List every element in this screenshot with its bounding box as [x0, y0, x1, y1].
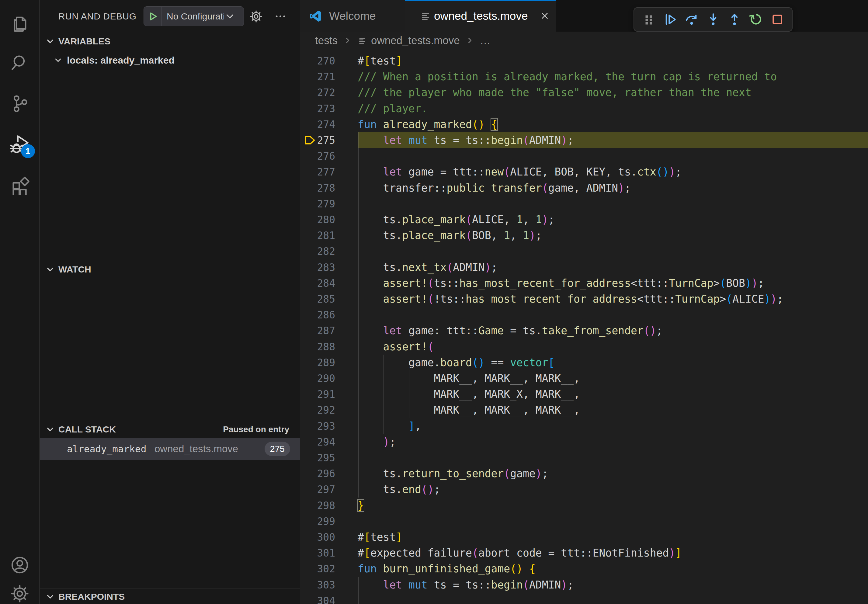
code-token: board	[440, 356, 472, 369]
code-line-271: /// When a position is already marked, t…	[358, 69, 777, 85]
activity-bar-item-settings[interactable]	[9, 583, 31, 604]
tab-welcome[interactable]: Welcome	[300, 0, 405, 32]
line-number[interactable]: 304	[300, 593, 335, 604]
code-token: 1	[523, 229, 529, 242]
line-number[interactable]: 273	[300, 101, 335, 117]
line-number[interactable]: 277	[300, 164, 335, 180]
line-number[interactable]: 289	[300, 355, 335, 371]
code-token: fun	[358, 118, 377, 130]
code-token	[402, 134, 408, 146]
code-token: ;	[542, 468, 548, 480]
code-token: ,	[523, 214, 536, 226]
line-number[interactable]: 297	[300, 482, 335, 497]
file-icon	[420, 11, 431, 21]
code-line-302: fun burn_unfinished_game() {	[358, 561, 536, 577]
source-control-icon	[9, 93, 30, 114]
section-header-breakpoints[interactable]: BREAKPOINTS	[40, 588, 300, 604]
activity-bar-item-search[interactable]	[9, 52, 31, 74]
code-token: BOB	[726, 277, 745, 289]
code-token: (	[504, 166, 510, 178]
tab-owned-tests-move[interactable]: owned_tests.move	[405, 0, 556, 32]
line-number[interactable]: 275	[300, 132, 335, 149]
debug-stop-button[interactable]	[769, 11, 786, 28]
views-and-more-actions-button[interactable]	[273, 9, 288, 24]
code-token: let	[383, 166, 402, 178]
breadcrumb-item[interactable]: tests	[315, 34, 338, 46]
activity-bar-item-source-control[interactable]	[9, 93, 31, 115]
chevron-down-icon	[224, 11, 243, 22]
activity-bar-item-extensions[interactable]	[9, 174, 31, 196]
line-number[interactable]: 274	[300, 116, 335, 133]
debug-continue-button[interactable]	[662, 11, 679, 28]
code-token: )	[485, 261, 491, 273]
line-number[interactable]: 271	[300, 69, 335, 85]
line-number[interactable]: 288	[300, 339, 335, 355]
code-line-298: }	[358, 497, 364, 514]
debug-step-out-button[interactable]	[726, 11, 743, 28]
section-header-watch[interactable]: WATCH	[40, 261, 300, 277]
debug-restart-button[interactable]	[747, 11, 764, 28]
code-line-301: #[expected_failure(abort_code = ttt::ENo…	[358, 545, 682, 561]
line-number[interactable]: 295	[300, 450, 335, 466]
line-number[interactable]: 276	[300, 148, 335, 164]
code-token	[358, 134, 383, 146]
code-token: ts = ts::	[428, 134, 491, 146]
line-number[interactable]: 290	[300, 370, 335, 387]
line-number[interactable]: 294	[300, 434, 335, 450]
line-number[interactable]: 283	[300, 259, 335, 276]
line-number[interactable]: 296	[300, 466, 335, 482]
line-number[interactable]: 286	[300, 307, 335, 323]
code-token: ;	[567, 579, 574, 591]
breadcrumb-label: tests	[315, 34, 338, 46]
line-number[interactable]: 270	[300, 53, 335, 69]
line-number[interactable]: 302	[300, 561, 335, 577]
line-number[interactable]: 285	[300, 291, 335, 307]
line-number[interactable]: 287	[300, 323, 335, 339]
code-token: = ts.	[504, 325, 542, 337]
line-number[interactable]: 301	[300, 545, 335, 561]
line-number[interactable]: 303	[300, 577, 335, 593]
code-token: ()	[643, 325, 656, 337]
line-number[interactable]: 292	[300, 402, 335, 418]
debug-drag-handle-button[interactable]	[640, 11, 657, 28]
line-number[interactable]: 298	[300, 497, 335, 514]
code-token: <ttt::	[631, 277, 669, 289]
code-editor[interactable]: 270#[test]271/// When a position is alre…	[300, 49, 868, 604]
variables-scope-row[interactable]: locals: already_marked	[40, 52, 300, 68]
code-token: (	[428, 277, 434, 289]
line-number[interactable]: 278	[300, 180, 335, 196]
line-number[interactable]: 272	[300, 85, 335, 101]
debug-step-over-button[interactable]	[683, 11, 700, 28]
launch-configuration-label: No Configurations	[161, 11, 224, 22]
debug-settings-gear-button[interactable]	[249, 9, 264, 24]
breadcrumb-item[interactable]: owned_tests.move	[358, 34, 460, 46]
debug-step-into-button[interactable]	[705, 11, 722, 28]
code-token: #	[358, 531, 364, 543]
code-token: next_tx	[402, 261, 446, 273]
activity-bar-item-run-and-debug[interactable]: 1	[9, 133, 31, 155]
active-tab-indicator	[405, 0, 556, 1]
gripper-icon	[642, 12, 656, 27]
section-header-variables[interactable]: VARIABLES	[40, 33, 300, 49]
activity-bar-item-explorer[interactable]	[9, 11, 31, 33]
line-number[interactable]: 280	[300, 212, 335, 228]
line-number[interactable]: 300	[300, 529, 335, 545]
line-number[interactable]: 281	[300, 228, 335, 244]
line-number[interactable]: 291	[300, 386, 335, 403]
line-number[interactable]: 279	[300, 196, 335, 212]
line-number[interactable]: 299	[300, 513, 335, 530]
launch-configuration-dropdown[interactable]: No Configurations	[144, 6, 244, 26]
code-token: }	[358, 499, 364, 511]
section-header-call-stack[interactable]: CALL STACKPaused on entry	[40, 421, 300, 437]
line-number[interactable]: 282	[300, 243, 335, 259]
line-number[interactable]: 293	[300, 418, 335, 434]
close-tab-icon[interactable]	[539, 11, 550, 22]
code-token	[358, 341, 383, 353]
start-debugging-button[interactable]	[144, 7, 161, 26]
line-number[interactable]: 284	[300, 275, 335, 291]
code-token: ADMIN	[529, 134, 561, 146]
call-stack-frame-row[interactable]: already_markedowned_tests.move275	[40, 438, 300, 460]
activity-bar-item-account[interactable]	[9, 554, 31, 576]
code-token: ;	[536, 229, 542, 242]
breadcrumb-item[interactable]: …	[480, 34, 491, 46]
